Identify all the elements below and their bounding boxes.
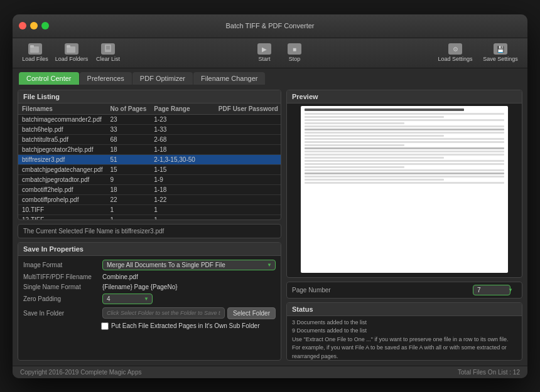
file-listing-box: File Listing Filenames No of Pages Page … [18,90,281,220]
cell-range: 1 [150,215,215,220]
panel-body: File Listing Filenames No of Pages Page … [13,85,527,366]
page-number-row: Page Number 7 [286,282,522,299]
table-row[interactable]: cmbatchjpegdatechanger.pdf151-15 [18,164,281,174]
cell-user_pass [215,204,281,215]
selected-file-bar: The Current Selected File Name is btiffr… [18,224,281,238]
save-properties: Save In Properties Image Format Merge Al… [18,242,281,361]
total-files-text: Total Files On List : 12 [458,369,520,376]
cell-range: 1-18 [150,144,215,154]
start-button[interactable]: ▶ Start [251,40,278,65]
cell-user_pass [215,124,281,134]
table-row[interactable]: 12.TIFF11 [18,215,281,220]
save-folder-row: Save In Folder Select Folder [23,307,276,319]
stop-button[interactable]: ■ Stop [281,40,308,65]
cell-name: combotiffprohelp.pdf [18,194,106,204]
subfolder-label: Put Each File Extracted Pages in It's Ow… [111,322,276,329]
left-section: File Listing Filenames No of Pages Page … [18,90,281,361]
col-pages: No of Pages [106,103,150,115]
cell-range: 1-18 [150,184,215,194]
subfolder-checkbox[interactable] [101,322,109,330]
multitiff-label: MultiTIFF/PDF Filename [23,273,99,280]
load-files-icon [28,43,42,55]
page-number-select[interactable]: 7 [473,285,510,295]
table-row[interactable]: 10.TIFF11 [18,204,281,215]
image-format-select-wrapper: Merge All Documents To a Single PDF File [102,260,276,270]
copyright-text: Copyright 2016-2019 Complete Magic Apps [20,369,141,376]
load-folders-icon [65,43,78,55]
stop-icon: ■ [288,43,301,55]
page-number-label: Page Number [292,287,469,294]
cell-name: cmbatchjpegrotadtor.pdf [18,174,106,184]
status-box: Status 3 Documents added to the list 9 D… [286,302,522,361]
tab-preferences[interactable]: Preferences [80,72,132,85]
close-button[interactable] [19,22,26,29]
save-props-body: Image Format Merge All Documents To a Si… [18,256,281,334]
save-folder-input[interactable] [102,307,225,319]
cell-name: btiffresizer3.pdf [18,154,106,164]
load-files-button[interactable]: Load Files [18,40,53,65]
minimize-button[interactable] [30,22,38,29]
cell-name: batchtitultra5.pdf [18,134,106,144]
cell-pages: 18 [106,144,150,154]
tab-pdf-optimizer[interactable]: PDF Optimizer [132,72,193,85]
table-row[interactable]: combotiffprohelp.pdf221-22 [18,194,281,204]
save-settings-icon: 💾 [494,43,507,55]
table-row[interactable]: batchtitultra5.pdf682-68 [18,134,281,144]
status-text: 3 Documents added to the list 9 Document… [292,319,509,359]
tab-filename-changer[interactable]: Filename Changer [193,72,266,85]
load-settings-button[interactable]: ⚙ Load Settings [433,40,477,65]
selected-file-text: The Current Selected File Name is btiffr… [23,228,164,235]
zero-padding-label: Zero Padding [23,295,99,302]
cell-range: 1-9 [150,174,215,184]
cell-name: 12.TIFF [18,215,106,220]
table-row[interactable]: combotiff2help.pdf181-18 [18,184,281,194]
cell-user_pass [215,164,281,174]
status-header: Status [287,303,522,316]
cell-range: 2-68 [150,134,215,144]
maximize-button[interactable] [41,22,49,29]
table-row[interactable]: btiffresizer3.pdf512-1,3-15,30-50 [18,154,281,164]
titlebar: Batch TIFF & PDF Converter [13,14,527,38]
clear-list-button[interactable]: Clear List [90,40,126,65]
cell-user_pass [215,194,281,204]
select-folder-button[interactable]: Select Folder [227,307,276,319]
cell-user_pass [215,134,281,144]
image-format-row: Image Format Merge All Documents To a Si… [23,260,276,270]
zero-padding-select-wrapper: 4 [102,294,153,304]
cell-range: 1-15 [150,164,215,174]
folder-input-row: Select Folder [102,307,276,319]
zero-padding-select[interactable]: 4 [102,294,153,304]
save-settings-button[interactable]: 💾 Save Settings [478,40,522,65]
tabs-row: Control Center Preferences PDF Optimizer… [13,68,527,85]
main-window: Batch TIFF & PDF Converter Load Files Lo… [13,14,527,378]
cell-pages: 1 [106,204,150,215]
cell-pages: 68 [106,134,150,144]
col-user-pass: PDF User Password [215,103,281,115]
cell-pages: 33 [106,124,150,134]
cell-pages: 51 [106,154,150,164]
image-format-label: Image Format [23,262,99,268]
cell-range: 2-1,3-15,30-50 [150,154,215,164]
cell-pages: 22 [106,194,150,204]
cell-range: 1 [150,204,215,215]
tab-control-center[interactable]: Control Center [19,72,79,85]
table-row[interactable]: batchjpegrotator2help.pdf181-18 [18,144,281,154]
doc-title-line [305,109,464,111]
svg-rect-1 [30,45,34,48]
cell-range: 1-23 [150,114,215,124]
single-name-label: Single Name Format [23,283,99,290]
table-row[interactable]: batch6help.pdf331-33 [18,124,281,134]
image-format-select[interactable]: Merge All Documents To a Single PDF File [102,260,276,270]
load-folders-button[interactable]: Load Folders [54,40,89,65]
subfolder-row: Put Each File Extracted Pages in It's Ow… [23,322,276,330]
preview-content [287,103,522,275]
multitiff-row: MultiTIFF/PDF Filename Combine.pdf [23,273,276,280]
table-row[interactable]: cmbatchjpegrotadtor.pdf91-9 [18,174,281,184]
cell-user_pass [215,144,281,154]
multitiff-value: Combine.pdf [102,273,276,280]
table-row[interactable]: batchimagecommander2.pdf231-23 [18,114,281,124]
window-title: Batch TIFF & PDF Converter [225,22,314,29]
load-settings-icon: ⚙ [448,43,462,55]
cell-user_pass [215,184,281,194]
single-name-value: {Filename} Page {PageNo} [102,283,276,290]
